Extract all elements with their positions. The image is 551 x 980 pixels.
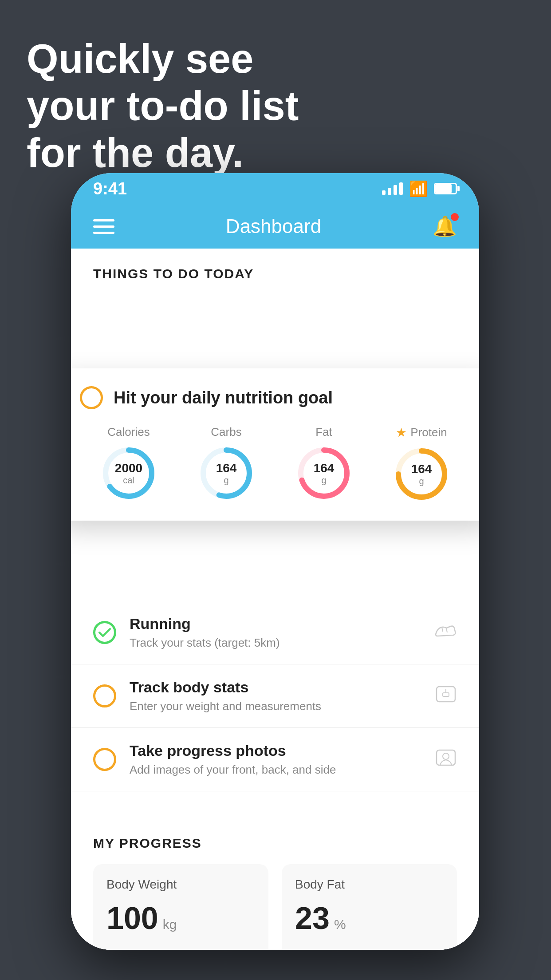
progress-cards: Body Weight 100 kg [93, 864, 457, 950]
nutrition-macros: Calories 2000 cal Carbs [80, 425, 470, 503]
todo-list: Running Track your stats (target: 5km) T… [71, 601, 479, 791]
fat-ring: 164 g [295, 444, 353, 502]
body-fat-card: Body Fat 23 % [282, 864, 457, 950]
carbs-value: 164 g [216, 462, 237, 485]
carbs-label: Carbs [211, 425, 241, 439]
protein-value: 164 g [411, 462, 432, 486]
todo-item-running[interactable]: Running Track your stats (target: 5km) [71, 601, 479, 664]
progress-photos-text: Take progress photos Add images of your … [130, 742, 421, 777]
body-fat-number: 23 [295, 901, 330, 936]
carbs-ring: 164 g [197, 444, 255, 502]
svg-rect-8 [437, 687, 455, 702]
bell-icon[interactable]: 🔔 [433, 215, 457, 238]
fat-value: 164 g [314, 462, 335, 485]
protein-label: ★ Protein [396, 425, 447, 440]
signal-icon [382, 182, 403, 195]
calories-value: 2000 cal [115, 462, 142, 485]
shoe-icon [434, 622, 457, 644]
svg-rect-9 [443, 693, 449, 696]
main-content: THINGS TO DO TODAY Hit your daily nutrit… [71, 249, 479, 950]
nutrition-card-header: Hit your daily nutrition goal [80, 386, 470, 409]
header-title: Dashboard [226, 215, 321, 237]
body-stats-subtitle: Enter your weight and measurements [130, 699, 421, 713]
body-weight-card-title: Body Weight [106, 877, 255, 892]
svg-rect-11 [437, 750, 455, 765]
svg-point-12 [443, 753, 449, 759]
headline-line3: for the day. [27, 130, 299, 177]
star-icon: ★ [396, 425, 407, 440]
progress-photos-title: Take progress photos [130, 742, 421, 759]
nutrition-title: Hit your daily nutrition goal [114, 388, 333, 407]
status-icons: 📶 [382, 180, 457, 198]
status-time: 9:41 [93, 179, 127, 198]
phone-mockup: 9:41 📶 Dashboard 🔔 TH [71, 173, 479, 950]
macro-calories: Calories 2000 cal [100, 425, 157, 502]
status-bar: 9:41 📶 [71, 173, 479, 204]
todo-item-body-stats[interactable]: Track body stats Enter your weight and m… [71, 664, 479, 728]
body-fat-unit: % [334, 917, 346, 932]
body-fat-card-title: Body Fat [295, 877, 444, 892]
nutrition-card: Hit your daily nutrition goal Calories 2… [71, 368, 479, 521]
running-text: Running Track your stats (target: 5km) [130, 615, 421, 650]
wifi-icon: 📶 [409, 180, 428, 198]
progress-photos-subtitle: Add images of your front, back, and side [130, 763, 421, 777]
body-stats-text: Track body stats Enter your weight and m… [130, 679, 421, 713]
headline: Quickly see your to-do list for the day. [27, 36, 299, 176]
body-stats-title: Track body stats [130, 679, 421, 696]
body-fat-value: 23 % [295, 901, 444, 936]
macro-carbs: Carbs 164 g [197, 425, 255, 502]
things-today-header: THINGS TO DO TODAY [71, 249, 479, 290]
protein-ring: 164 g [393, 445, 450, 503]
body-stats-checkbox[interactable] [93, 684, 116, 707]
headline-line1: Quickly see [27, 36, 299, 83]
notification-dot [451, 213, 459, 221]
headline-line2: your to-do list [27, 83, 299, 130]
nutrition-checkbox[interactable] [80, 386, 103, 409]
todo-item-progress-photos[interactable]: Take progress photos Add images of your … [71, 728, 479, 791]
body-fat-chart [295, 945, 444, 950]
calories-label: Calories [107, 425, 150, 439]
body-weight-card: Body Weight 100 kg [93, 864, 268, 950]
progress-section: MY PROGRESS Body Weight 100 kg [71, 818, 479, 950]
body-weight-value: 100 kg [106, 901, 255, 936]
progress-section-title: MY PROGRESS [93, 836, 457, 851]
person-photo-icon [435, 747, 457, 773]
app-header: Dashboard 🔔 [71, 204, 479, 249]
calories-ring: 2000 cal [100, 444, 157, 502]
body-weight-number: 100 [106, 901, 158, 936]
body-weight-chart [106, 945, 255, 950]
battery-icon [434, 183, 457, 194]
macro-fat: Fat 164 g [295, 425, 353, 502]
running-subtitle: Track your stats (target: 5km) [130, 636, 421, 650]
fat-label: Fat [315, 425, 332, 439]
progress-photos-checkbox[interactable] [93, 748, 116, 771]
body-weight-unit: kg [163, 917, 177, 932]
macro-protein: ★ Protein 164 g [393, 425, 450, 503]
hamburger-menu-icon[interactable] [93, 219, 114, 234]
scale-icon [435, 683, 457, 709]
running-checkbox[interactable] [93, 621, 116, 644]
running-title: Running [130, 615, 421, 632]
